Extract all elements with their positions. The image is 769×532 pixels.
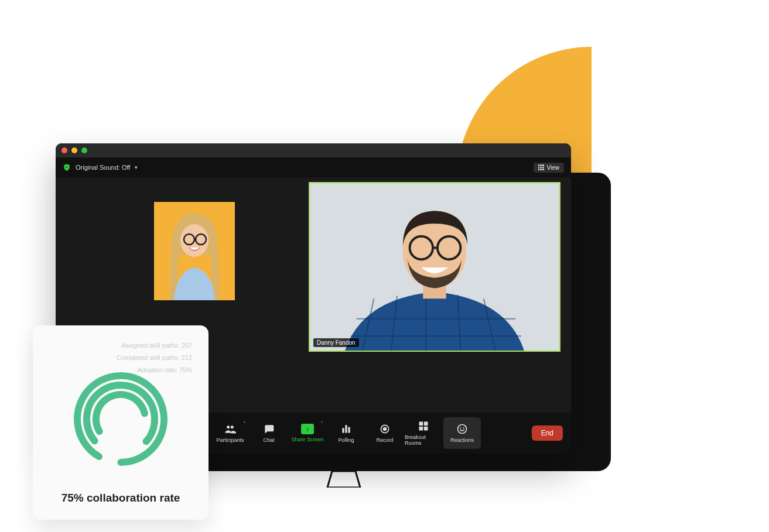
svg-rect-20 [348, 427, 350, 433]
toolbar-label: Chat [263, 437, 274, 443]
poll-icon [340, 423, 353, 435]
radial-chart [46, 347, 196, 492]
toolbar-label: Share Screen [291, 437, 323, 442]
toolbar-label: Participants [216, 437, 244, 443]
toolbar-label: Breakout Rooms [405, 434, 442, 446]
speaker-video-tile[interactable]: Danny Fandon [309, 182, 560, 352]
shield-icon [63, 163, 71, 171]
avatar [154, 202, 235, 300]
chat-icon [262, 423, 275, 435]
svg-point-28 [460, 427, 461, 428]
chevron-up-icon[interactable]: ⌃ [242, 421, 247, 426]
record-icon [378, 423, 391, 435]
reactions-button[interactable]: Reactions [443, 417, 481, 449]
chat-button[interactable]: Chat [250, 417, 288, 449]
share-screen-button[interactable]: ↑ ⌃ Share Screen [289, 417, 326, 449]
share-screen-icon: ↑ [301, 424, 314, 434]
window-close-icon[interactable] [61, 147, 67, 153]
view-button[interactable]: View [534, 163, 565, 173]
device-stand [326, 471, 361, 488]
breakout-icon [417, 420, 430, 432]
polling-button[interactable]: Polling [327, 417, 365, 449]
smile-icon [456, 423, 469, 435]
svg-point-22 [383, 427, 387, 431]
speaker-name-tag: Danny Fandon [313, 338, 359, 347]
view-button-label: View [547, 164, 560, 171]
toolbar-label: Record [376, 437, 393, 443]
stats-title: 75% collaboration rate [46, 492, 196, 508]
window-maximize-icon[interactable] [81, 147, 87, 153]
window-minimize-icon[interactable] [71, 147, 77, 153]
svg-rect-25 [419, 427, 423, 431]
svg-point-27 [458, 425, 467, 434]
call-topbar: Original Sound: Off ▾ View [56, 157, 571, 177]
toolbar-label: Reactions [450, 437, 474, 443]
record-button[interactable]: Record [366, 417, 404, 449]
chevron-up-icon[interactable]: ⌃ [320, 421, 324, 426]
svg-point-31 [73, 372, 168, 467]
original-sound-toggle[interactable]: Original Sound: Off [76, 164, 130, 171]
svg-rect-24 [424, 422, 428, 426]
toolbar-label: Polling [338, 437, 354, 443]
self-video-tile[interactable] [154, 202, 235, 300]
svg-point-29 [463, 427, 464, 428]
avatar [310, 183, 559, 351]
stats-card: Assigned skill paths: 257 Completed skil… [33, 325, 209, 520]
participants-icon [224, 423, 237, 435]
window-titlebar [56, 143, 571, 157]
svg-rect-19 [345, 425, 347, 433]
svg-rect-26 [424, 427, 428, 431]
breakout-rooms-button[interactable]: Breakout Rooms [405, 417, 442, 449]
participants-button[interactable]: ⌃ Participants [211, 417, 249, 449]
grid-icon [538, 164, 544, 170]
svg-rect-23 [419, 422, 423, 426]
svg-rect-18 [342, 428, 344, 433]
chevron-down-icon[interactable]: ▾ [135, 164, 138, 170]
end-call-button[interactable]: End [532, 425, 563, 441]
